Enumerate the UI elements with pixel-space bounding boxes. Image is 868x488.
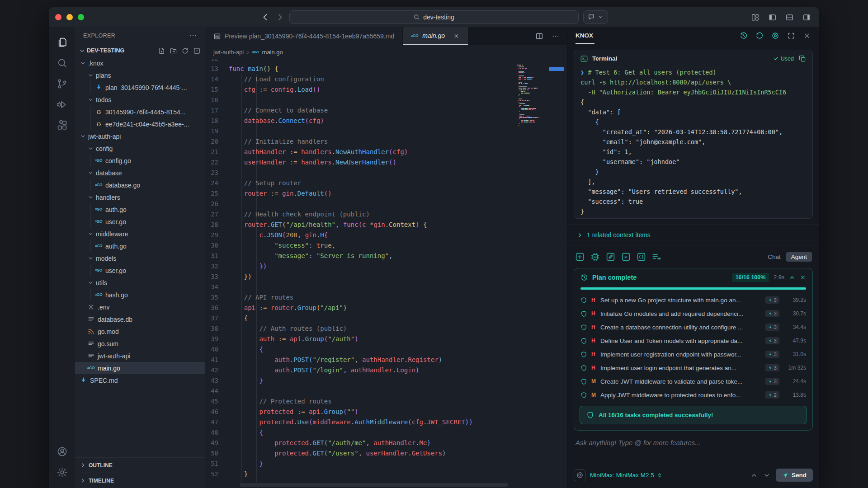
- agent-mode-button[interactable]: Agent: [786, 252, 812, 262]
- tree-folder-jwt-auth-api[interactable]: jwt-auth-api: [75, 130, 205, 142]
- outline-section-header[interactable]: OUTLINE: [75, 457, 205, 473]
- tree-folder-database[interactable]: database: [75, 167, 205, 179]
- scope-button[interactable]: [771, 32, 779, 40]
- workspace-root-row[interactable]: DEV-TESTING: [75, 44, 205, 57]
- split-editor-button[interactable]: [535, 32, 543, 40]
- horizontal-scrollbar[interactable]: [240, 483, 508, 487]
- collapse-folders-button[interactable]: [193, 47, 201, 55]
- tree-folder-config[interactable]: config: [75, 142, 205, 155]
- activity-run-debug[interactable]: [52, 94, 72, 115]
- breadcrumb: jwt-auth-api › GO main.go: [205, 45, 567, 59]
- plan-task-row[interactable]: MApply JWT middleware to protected route…: [574, 388, 812, 402]
- tree-file-SPEC.md[interactable]: SPEC.md: [75, 374, 205, 386]
- tree-file-hash.go[interactable]: GOhash.go: [75, 289, 205, 301]
- plan-task-row[interactable]: HCreate a database connection utility an…: [574, 320, 812, 334]
- tree-folder-.knox[interactable]: .knox: [75, 57, 205, 69]
- close-panel-button[interactable]: [803, 32, 811, 40]
- tree-file-.env[interactable]: .env: [75, 301, 205, 313]
- tree-file-database.db[interactable]: database.db: [75, 313, 205, 325]
- ai-model-button[interactable]: AI: [590, 252, 600, 262]
- tree-file-auth.go[interactable]: GOauth.go: [75, 203, 205, 216]
- activity-explorer[interactable]: [52, 32, 72, 52]
- tree-file-go.mod[interactable]: go.mod: [75, 325, 205, 338]
- close-tab-button[interactable]: [453, 33, 460, 39]
- scroll-up-button[interactable]: [750, 472, 758, 479]
- activity-extensions[interactable]: [52, 115, 72, 136]
- collapse-plan-button[interactable]: [789, 274, 795, 281]
- code-editor[interactable]: 1213func main() {14 // Load configuratio…: [205, 59, 567, 488]
- tree-file-auth.go[interactable]: GOauth.go: [75, 240, 205, 252]
- forward-button[interactable]: [275, 12, 285, 22]
- chat-toggle-button[interactable]: [583, 10, 608, 24]
- plan-task-row[interactable]: HSet up a new Go project structure with …: [574, 293, 812, 307]
- tree-folder-utils[interactable]: utils: [75, 277, 205, 289]
- workspace-search[interactable]: dev-testing: [289, 10, 579, 24]
- mention-button[interactable]: [574, 469, 585, 481]
- toggle-primary-sidebar-button[interactable]: [768, 13, 777, 22]
- variables-button[interactable]: [636, 252, 646, 262]
- tree-file-go.sum[interactable]: go.sum: [75, 338, 205, 350]
- breadcrumb-folder[interactable]: jwt-auth-api: [213, 49, 244, 56]
- tree-file-jwt-auth-api[interactable]: jwt-auth-api: [75, 350, 205, 362]
- plan-task-row[interactable]: HImplement user registration endpoint wi…: [574, 347, 812, 361]
- minimize-window-button[interactable]: [66, 14, 73, 20]
- knox-title[interactable]: KNOX: [576, 27, 593, 44]
- chat-input[interactable]: Ask anything! Type @ for more features..…: [576, 439, 811, 446]
- add-list-button[interactable]: [651, 252, 662, 262]
- terminal-card-header[interactable]: Terminal Used: [574, 50, 812, 67]
- history-button[interactable]: [740, 32, 748, 40]
- tab-main.go[interactable]: GOmain.go: [403, 27, 468, 45]
- expand-panel-button[interactable]: [787, 32, 795, 40]
- related-context-row[interactable]: 1 related context items: [567, 225, 819, 245]
- tree-file-user.go[interactable]: GOuser.go: [75, 216, 205, 228]
- tree-file-database.go[interactable]: GOdatabase.go: [75, 179, 205, 191]
- breadcrumb-file[interactable]: main.go: [262, 49, 283, 56]
- restore-checkpoint-button[interactable]: [755, 32, 764, 40]
- tree-folder-todos[interactable]: todos: [75, 94, 205, 106]
- plan-task-row[interactable]: HDefine User and Token models with appro…: [574, 334, 812, 347]
- activity-source-control[interactable]: [52, 73, 72, 94]
- more-editor-actions-button[interactable]: [552, 32, 560, 40]
- activity-settings[interactable]: [52, 462, 72, 483]
- customize-layout-button[interactable]: [751, 13, 760, 22]
- activity-account[interactable]: [52, 441, 72, 462]
- plan-task-row[interactable]: HInitialize Go modules and add required …: [574, 307, 812, 320]
- activity-search[interactable]: [52, 52, 72, 73]
- close-plan-button[interactable]: [800, 274, 806, 281]
- close-window-button[interactable]: [55, 14, 61, 20]
- zoom-window-button[interactable]: [78, 14, 84, 20]
- send-button[interactable]: Send: [776, 469, 813, 482]
- toggle-panel-button[interactable]: [785, 13, 794, 22]
- tab-preview[interactable]: Preview plan_30145990-76f4-4445-8154-1ee…: [205, 27, 403, 45]
- tree-folder-middleware[interactable]: middleware: [75, 228, 205, 240]
- copy-button[interactable]: [798, 55, 807, 63]
- tree-folder-plans[interactable]: plans: [75, 69, 205, 81]
- tree-file-plan_30145990-76f4-4445-...[interactable]: plan_30145990-76f4-4445-...: [75, 81, 205, 94]
- tree-file-user.go[interactable]: GOuser.go: [75, 264, 205, 277]
- line-number: 48: [205, 427, 229, 438]
- plan-task-row[interactable]: HImplement user login endpoint that gene…: [574, 361, 812, 375]
- more-actions-icon[interactable]: [189, 32, 197, 40]
- new-file-button[interactable]: [158, 47, 165, 55]
- refresh-explorer-button[interactable]: [181, 47, 189, 55]
- tree-file-config.go[interactable]: GOconfig.go: [75, 155, 205, 167]
- compose-button[interactable]: [605, 252, 616, 262]
- plan-header[interactable]: Plan complete 16/16 100% 2.9s: [574, 268, 812, 286]
- back-button[interactable]: [260, 12, 270, 22]
- prompts-button[interactable]: P: [621, 252, 631, 262]
- tree-folder-handlers[interactable]: handlers: [75, 191, 205, 203]
- minimap[interactable]: [517, 61, 562, 314]
- model-selector[interactable]: MiniMax: MiniMax M2.5: [590, 472, 663, 479]
- timeline-section-header[interactable]: TIMELINE: [75, 473, 205, 488]
- toggle-secondary-sidebar-button[interactable]: [802, 13, 811, 22]
- tree-file-ee7de241-c04e-45b5-a3ee-...[interactable]: {}ee7de241-c04e-45b5-a3ee-...: [75, 118, 205, 130]
- tree-folder-models[interactable]: models: [75, 252, 205, 264]
- new-folder-button[interactable]: [170, 47, 177, 55]
- scroll-down-button[interactable]: [763, 472, 770, 479]
- tree-file-30145990-76f4-4445-8154...[interactable]: {}30145990-76f4-4445-8154...: [75, 106, 205, 118]
- chat-mode-button[interactable]: Chat: [768, 253, 781, 260]
- add-context-button[interactable]: [575, 252, 585, 262]
- plan-task-row[interactable]: MCreate JWT middleware to validate and p…: [574, 375, 812, 388]
- tree-file-main.go[interactable]: GOmain.go: [75, 362, 205, 374]
- terminal-output[interactable]: ❯ # Test 6: Get all users (protected)cur…: [574, 67, 812, 218]
